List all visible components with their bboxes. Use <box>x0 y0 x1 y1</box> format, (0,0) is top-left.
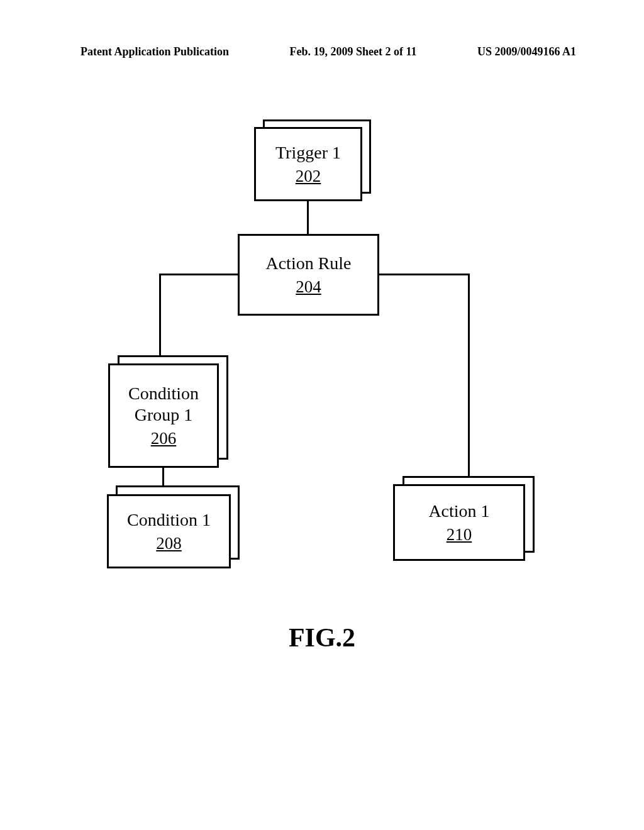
header-patent-number: US 2009/0049166 A1 <box>477 45 576 58</box>
action-box: Action 1 210 <box>393 484 525 561</box>
figure-label: FIG.2 <box>0 622 644 653</box>
header-publication: Patent Application Publication <box>80 45 229 58</box>
condition-group-box: Condition Group 1 206 <box>108 363 219 468</box>
action-rule-box: Action Rule 204 <box>238 234 379 316</box>
condition-number: 208 <box>156 534 182 553</box>
condition-box: Condition 1 208 <box>107 494 231 568</box>
action-rule-title: Action Rule <box>265 253 351 274</box>
trigger-box: Trigger 1 202 <box>254 127 362 201</box>
action-number: 210 <box>447 525 472 545</box>
condition-group-number: 206 <box>151 429 177 448</box>
condition-title: Condition 1 <box>127 509 211 531</box>
condition-group-title: Condition Group 1 <box>128 383 199 425</box>
page-header: Patent Application Publication Feb. 19, … <box>0 45 644 58</box>
action-title: Action 1 <box>428 501 489 522</box>
action-rule-number: 204 <box>296 277 321 297</box>
trigger-number: 202 <box>296 167 321 186</box>
header-date-sheet: Feb. 19, 2009 Sheet 2 of 11 <box>290 45 417 58</box>
trigger-title: Trigger 1 <box>275 142 341 163</box>
flowchart-diagram: Trigger 1 202 Action Rule 204 Condition … <box>0 119 644 685</box>
